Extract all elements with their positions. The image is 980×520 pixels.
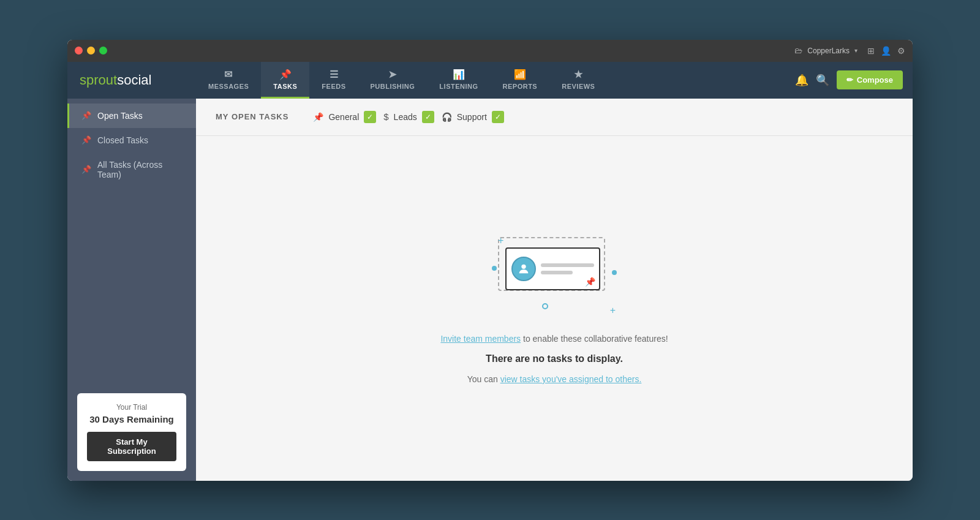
invite-team-link[interactable]: Invite team members xyxy=(440,334,521,344)
empty-illustration: 📌 + + xyxy=(487,232,622,318)
plus-bottom-right: + xyxy=(610,305,616,316)
sidebar-open-tasks-label: Open Tasks xyxy=(97,111,143,121)
empty-state: 📌 + + Invite team members to enable thes… xyxy=(196,136,913,481)
main-window: 🗁 CopperLarks ▾ ⊞ 👤 ⚙ sproutsocial ✉ MES… xyxy=(67,40,913,481)
nav-item-publishing[interactable]: ➤ PUBLISHING xyxy=(358,62,428,99)
maximize-btn[interactable] xyxy=(99,47,107,55)
filter-leads-label: Leads xyxy=(394,112,417,122)
nav-items: ✉ MESSAGES 📌 TASKS ☰ FEEDS ➤ PUBLISHING … xyxy=(196,62,785,99)
users-icon[interactable]: 👤 xyxy=(881,46,891,56)
pin-icon-all: 📌 xyxy=(81,165,91,174)
empty-main-text: There are no tasks to display. xyxy=(486,353,623,364)
close-btn[interactable] xyxy=(75,47,83,55)
trial-box: Your Trial 30 Days Remaining Start My Su… xyxy=(77,393,186,471)
nav-item-reports[interactable]: 📶 REPORTS xyxy=(491,62,550,99)
nav-messages-label: MESSAGES xyxy=(208,83,249,90)
sidebar-all-tasks-label: All Tasks (Across Team) xyxy=(97,160,184,179)
nav-item-tasks[interactable]: 📌 TASKS xyxy=(261,62,309,99)
pin-icon-closed: 📌 xyxy=(81,135,91,145)
notifications-button[interactable]: 🔔 xyxy=(795,73,809,87)
empty-sub-text: You can view tasks you've assigned to ot… xyxy=(467,374,642,384)
titlebar-buttons xyxy=(75,47,107,55)
task-card-pin-icon: 📌 xyxy=(585,277,595,287)
messages-icon: ✉ xyxy=(224,69,233,80)
nav-item-reviews[interactable]: ★ REVIEWS xyxy=(549,62,607,99)
dot-bottom xyxy=(542,303,548,309)
empty-invite-text: Invite team members to enable these coll… xyxy=(440,334,668,344)
nav-tasks-label: TASKS xyxy=(273,83,297,90)
titlebar-action-icons: ⊞ 👤 ⚙ xyxy=(867,46,905,56)
sidebar-nav: 📌 Open Tasks 📌 Closed Tasks 📌 All Tasks … xyxy=(67,99,196,383)
compose-icon: ✏ xyxy=(846,75,853,85)
search-button[interactable]: 🔍 xyxy=(816,73,829,87)
filter-leads-check[interactable]: ✓ xyxy=(422,111,434,123)
filter-support-check[interactable]: ✓ xyxy=(492,111,504,123)
general-pin-icon: 📌 xyxy=(313,112,323,122)
content-header: MY OPEN TASKS 📌 General ✓ $ Leads ✓ xyxy=(196,99,913,136)
plus-top-left: + xyxy=(498,235,503,246)
trial-days: 30 Days Remaining xyxy=(87,414,176,424)
main-content: MY OPEN TASKS 📌 General ✓ $ Leads ✓ xyxy=(196,99,913,481)
pin-icon-open: 📌 xyxy=(81,111,91,120)
dot-left xyxy=(492,266,497,271)
filter-support-label: Support xyxy=(457,112,487,122)
listening-icon: 📊 xyxy=(453,69,466,80)
nav-item-feeds[interactable]: ☰ FEEDS xyxy=(309,62,358,99)
empty-sub-prefix: You can xyxy=(467,374,500,384)
gear-icon[interactable]: ⚙ xyxy=(897,46,905,56)
minimize-btn[interactable] xyxy=(87,47,95,55)
sidebar-item-closed-tasks[interactable]: 📌 Closed Tasks xyxy=(67,128,196,153)
filter-general-check[interactable]: ✓ xyxy=(364,111,376,123)
navbar: sproutsocial ✉ MESSAGES 📌 TASKS ☰ FEEDS … xyxy=(67,62,913,99)
nav-publishing-label: PUBLISHING xyxy=(371,83,415,90)
folder-icon: 🗁 xyxy=(794,46,802,55)
task-card-avatar xyxy=(511,257,536,281)
app-body: 📌 Open Tasks 📌 Closed Tasks 📌 All Tasks … xyxy=(67,99,913,481)
start-subscription-button[interactable]: Start My Subscription xyxy=(87,432,176,461)
titlebar: 🗁 CopperLarks ▾ ⊞ 👤 ⚙ xyxy=(67,40,913,62)
add-icon[interactable]: ⊞ xyxy=(867,46,875,56)
filter-chip-support[interactable]: 🎧 Support ✓ xyxy=(442,111,504,123)
leads-dollar-icon: $ xyxy=(383,111,388,122)
dot-right xyxy=(612,270,617,275)
content-title: MY OPEN TASKS xyxy=(216,112,288,121)
invite-suffix: to enable these collaborative features! xyxy=(523,334,668,344)
titlebar-right: 🗁 CopperLarks ▾ ⊞ 👤 ⚙ xyxy=(794,46,905,56)
nav-item-listening[interactable]: 📊 LISTENING xyxy=(427,62,490,99)
filter-chips: 📌 General ✓ $ Leads ✓ 🎧 Support ✓ xyxy=(313,111,503,123)
brand-logo: sproutsocial xyxy=(67,62,196,99)
chevron-down-icon: ▾ xyxy=(854,47,858,54)
task-card-line-2 xyxy=(541,271,573,274)
nav-reports-label: REPORTS xyxy=(503,83,538,90)
compose-label: Compose xyxy=(857,75,893,85)
sidebar-item-all-tasks[interactable]: 📌 All Tasks (Across Team) xyxy=(67,153,196,187)
task-card-lines xyxy=(541,263,594,274)
sidebar-closed-tasks-label: Closed Tasks xyxy=(97,135,148,145)
task-card-line-1 xyxy=(541,263,594,267)
reports-icon: 📶 xyxy=(514,69,527,80)
account-name: CopperLarks xyxy=(807,47,850,55)
support-headset-icon: 🎧 xyxy=(442,112,452,122)
view-assigned-tasks-link[interactable]: view tasks you've assigned to others. xyxy=(500,374,642,384)
reviews-icon: ★ xyxy=(574,69,583,80)
feeds-icon: ☰ xyxy=(330,69,339,80)
filter-general-label: General xyxy=(328,112,359,122)
brand-social: social xyxy=(117,72,151,88)
sidebar-item-open-tasks[interactable]: 📌 Open Tasks xyxy=(67,104,196,128)
filter-chip-general[interactable]: 📌 General ✓ xyxy=(313,111,376,123)
nav-reviews-label: REVIEWS xyxy=(562,83,595,90)
sidebar: 📌 Open Tasks 📌 Closed Tasks 📌 All Tasks … xyxy=(67,99,196,481)
brand-sprout: sprout xyxy=(80,72,117,88)
nav-right: 🔔 🔍 ✏ Compose xyxy=(785,62,913,99)
filter-chip-leads[interactable]: $ Leads ✓ xyxy=(383,111,434,123)
nav-listening-label: LISTENING xyxy=(439,83,478,90)
nav-feeds-label: FEEDS xyxy=(322,83,345,90)
nav-item-messages[interactable]: ✉ MESSAGES xyxy=(196,62,261,99)
trial-label: Your Trial xyxy=(87,403,176,412)
publishing-icon: ➤ xyxy=(388,69,397,80)
svg-point-0 xyxy=(521,265,526,269)
compose-button[interactable]: ✏ Compose xyxy=(837,70,903,89)
task-card: 📌 xyxy=(505,247,600,290)
tasks-icon: 📌 xyxy=(279,69,292,80)
